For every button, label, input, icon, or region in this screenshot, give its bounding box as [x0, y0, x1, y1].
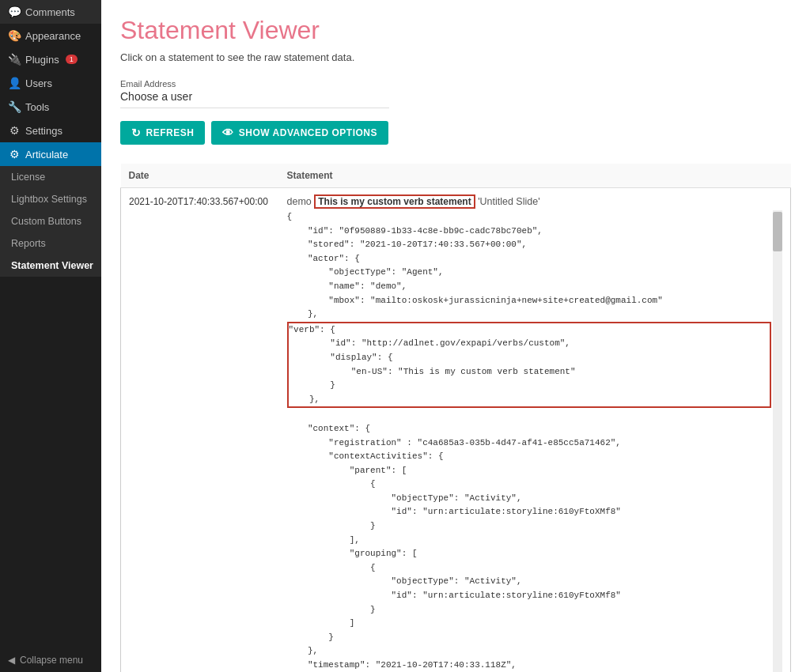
sidebar-item-users[interactable]: 👤 Users — [0, 71, 101, 95]
sidebar-item-reports[interactable]: Reports — [0, 232, 101, 255]
row-statement-expanded: demo This is my custom verb statement 'U… — [279, 188, 791, 673]
action-buttons: ↻ REFRESH 👁 SHOW ADVANCED OPTIONS — [120, 121, 791, 145]
advanced-label: SHOW ADVANCED OPTIONS — [239, 127, 377, 138]
sidebar-item-label: Articulate — [25, 149, 68, 160]
sidebar-item-custom-buttons[interactable]: Custom Buttons — [0, 210, 101, 232]
sidebar-item-settings[interactable]: ⚙ Settings — [0, 119, 101, 142]
refresh-button[interactable]: ↻ REFRESH — [120, 121, 205, 145]
email-placeholder[interactable]: Choose a user — [120, 90, 389, 108]
collapse-icon: ◀ — [8, 655, 15, 666]
scroll-thumb — [773, 212, 782, 251]
col-statement: Statement — [279, 164, 791, 188]
sidebar-item-lightbox[interactable]: Lightbox Settings — [0, 188, 101, 210]
page-subtitle: Click on a statement to see the raw stat… — [120, 51, 791, 63]
sidebar-item-label: Users — [25, 77, 52, 89]
sidebar-sub-label: Custom Buttons — [11, 216, 81, 227]
sidebar-sub-label: Reports — [11, 238, 46, 249]
users-icon: 👤 — [8, 77, 21, 89]
json-container: { "id": "0f950889-1b33-4c8e-bb9c-cadc78b… — [287, 210, 783, 672]
comments-icon: 💬 — [8, 6, 21, 18]
sidebar-item-comments[interactable]: 💬 Comments — [0, 0, 101, 24]
sidebar-sub-label: Lightbox Settings — [11, 194, 87, 205]
sidebar-item-label: Tools — [25, 101, 49, 113]
sidebar-submenu: License Lightbox Settings Custom Buttons… — [0, 166, 101, 277]
row-date: 2021-10-20T17:40:33.567+00:00 — [121, 188, 279, 673]
sidebar-sub-label: Statement Viewer — [11, 260, 93, 271]
col-date: Date — [121, 164, 279, 188]
page-title: Statement Viewer — [120, 16, 791, 45]
highlighted-verb: This is my custom verb statement — [314, 194, 475, 209]
table-row[interactable]: 2021-10-20T17:40:33.567+00:00 demo This … — [121, 188, 791, 673]
appearance-icon: 🎨 — [8, 29, 21, 42]
json-content: { "id": "0f950889-1b33-4c8e-bb9c-cadc78b… — [287, 210, 783, 672]
json-scrollbar[interactable] — [773, 210, 782, 672]
sidebar-item-tools[interactable]: 🔧 Tools — [0, 95, 101, 119]
advanced-options-button[interactable]: 👁 SHOW ADVANCED OPTIONS — [211, 121, 388, 145]
settings-icon: ⚙ — [8, 124, 21, 137]
collapse-label: Collapse menu — [20, 655, 83, 666]
sidebar: 💬 Comments 🎨 Appearance 🔌 Plugins 1 👤 Us… — [0, 0, 101, 672]
sidebar-item-plugins[interactable]: 🔌 Plugins 1 — [0, 47, 101, 71]
sidebar-item-appearance[interactable]: 🎨 Appearance — [0, 24, 101, 47]
email-label: Email Address — [120, 79, 791, 89]
statement-header: demo This is my custom verb statement 'U… — [287, 196, 783, 207]
sidebar-item-statement-viewer[interactable]: Statement Viewer — [0, 255, 101, 277]
sidebar-sub-label: License — [11, 172, 45, 183]
statements-table: Date Statement 2021-10-20T17:40:33.567+0… — [120, 164, 791, 672]
refresh-label: REFRESH — [146, 127, 195, 138]
sidebar-item-articulate[interactable]: ⚙ Articulate — [0, 142, 101, 166]
tools-icon: 🔧 — [8, 100, 21, 113]
plugins-icon: 🔌 — [8, 53, 21, 66]
plugins-badge: 1 — [66, 55, 78, 64]
collapse-menu-btn[interactable]: ◀ Collapse menu — [0, 648, 101, 672]
email-field-wrapper: Email Address Choose a user — [120, 79, 791, 108]
sidebar-item-label: Plugins — [25, 54, 59, 66]
sidebar-item-label: Appearance — [25, 30, 81, 42]
main-content: Statement Viewer Click on a statement to… — [101, 0, 810, 672]
articulate-icon: ⚙ — [8, 148, 21, 160]
sidebar-item-license[interactable]: License — [0, 166, 101, 188]
eye-icon: 👁 — [222, 126, 234, 139]
sidebar-item-label: Comments — [25, 6, 75, 18]
sidebar-item-label: Settings — [25, 125, 62, 137]
refresh-icon: ↻ — [131, 126, 142, 139]
